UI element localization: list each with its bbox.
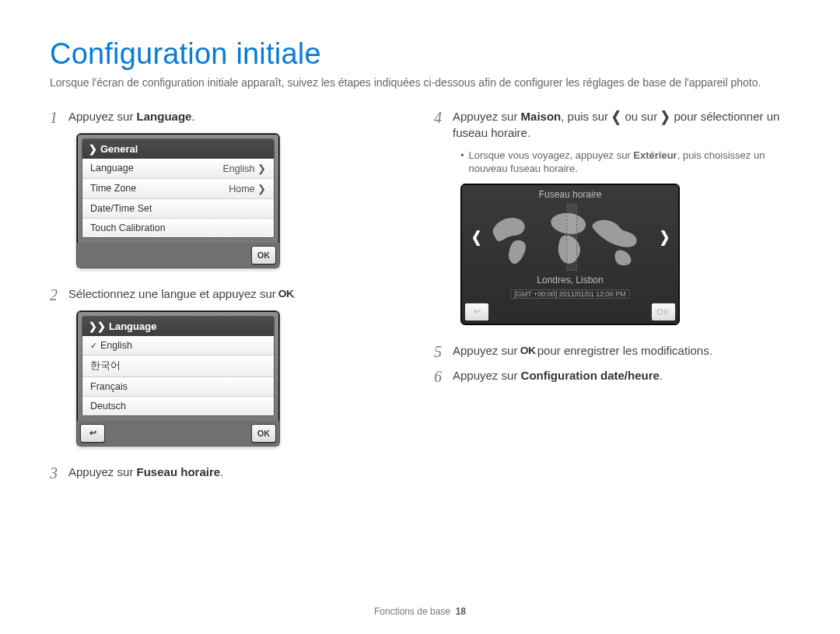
step-4: 4 Appuyez sur Maison, puis sur ❮ ou sur … — [434, 108, 790, 141]
footer-page-number: 18 — [456, 606, 466, 617]
row-label: Date/Time Set — [90, 203, 152, 214]
step-pre: Appuyez sur — [453, 344, 521, 357]
option-label: 한국어 — [90, 359, 121, 373]
note-bold: Extérieur — [633, 149, 677, 161]
option-label: Français — [90, 381, 128, 392]
step-number: 1 — [50, 108, 62, 125]
step-5: 5 Appuyez sur OK pour enregistrer les mo… — [434, 342, 790, 359]
step-2: 2 Sélectionnez une langue et appuyez sur… — [50, 285, 406, 303]
language-option-korean[interactable]: 한국어 — [82, 355, 274, 377]
step-post: . — [191, 110, 194, 123]
step-bold: Maison — [521, 110, 562, 123]
right-column: 4 Appuyez sur Maison, puis sur ❮ ou sur … — [434, 105, 790, 489]
language-option-francais[interactable]: Français — [82, 377, 274, 396]
step-4-note: • Lorsque vous voyagez, appuyez sur Exté… — [460, 149, 790, 176]
option-label: English — [100, 340, 132, 351]
option-label: Deutsch — [90, 401, 126, 412]
step-number: 5 — [434, 342, 446, 359]
mock-header: ❯ General — [82, 139, 274, 159]
back-button[interactable]: ↩ — [464, 303, 489, 321]
chevron-right-icon: ❯ — [660, 228, 670, 246]
step-post: pour enregistrer les modifications. — [534, 344, 712, 357]
chevron-double-icon: ❯❯ — [89, 321, 106, 332]
row-label: Time Zone — [90, 183, 136, 194]
step-pre: Appuyez sur — [68, 465, 137, 478]
page-footer: Fonctions de base 18 — [0, 606, 840, 617]
ok-icon: OK — [278, 288, 294, 301]
step-text: Appuyez sur Language. — [68, 108, 195, 124]
language-list-mock: ❯❯ Language ✓English 한국어 Français — [76, 310, 280, 447]
step-bold: Configuration date/heure — [521, 369, 660, 382]
step-pre: Sélectionnez une langue et appuyez sur — [68, 287, 279, 300]
intro-text: Lorsque l'écran de configuration initial… — [50, 75, 790, 91]
page-title: Configuration initiale — [50, 37, 790, 71]
chevron-left-icon: ❮ — [471, 228, 481, 246]
step-number: 6 — [434, 367, 446, 384]
row-label: Language — [90, 163, 134, 173]
prev-timezone-button[interactable]: ❮ — [467, 226, 485, 249]
selected-city: Londres, Lisbon — [461, 273, 679, 285]
language-option-english[interactable]: ✓English — [82, 336, 274, 355]
ok-button[interactable]: OK — [651, 303, 676, 321]
chevron-right-icon: ❯ — [89, 143, 97, 155]
ok-button[interactable]: OK — [251, 246, 276, 264]
header-label: Language — [109, 321, 156, 332]
step-text: Appuyez sur Fuseau horaire. — [68, 464, 223, 480]
note-pre: Lorsque vous voyagez, appuyez sur — [469, 149, 634, 161]
language-option-deutsch[interactable]: Deutsch — [82, 396, 274, 415]
step-text: Sélectionnez une langue et appuyez sur O… — [68, 285, 296, 302]
svg-rect-0 — [567, 204, 577, 270]
step-1: 1 Appuyez sur Language. — [50, 108, 406, 125]
step-text: Appuyez sur Configuration date/heure. — [453, 367, 663, 384]
setting-row-datetime[interactable]: Date/Time Set — [82, 198, 274, 218]
step-pre: Appuyez sur — [453, 110, 521, 123]
chevron-right-icon: ❯ — [257, 184, 266, 194]
step-pre: Appuyez sur — [453, 369, 521, 382]
mock-header: ❯❯ Language — [82, 317, 274, 336]
timezone-stamp: [GMT +00:00] 2011/01/01 12:00 PM — [510, 289, 630, 299]
world-title: Fuseau horaire — [461, 184, 679, 201]
check-icon: ✓ — [90, 341, 97, 350]
step-post: . — [220, 465, 223, 478]
step-number: 4 — [434, 108, 446, 125]
step-pre: Appuyez sur — [68, 110, 137, 123]
ok-button[interactable]: OK — [251, 424, 276, 443]
chevron-left-icon: ❮ — [611, 106, 621, 125]
row-value: Home ❯ — [229, 183, 266, 194]
step-number: 3 — [50, 464, 62, 481]
step-mid: ou sur — [621, 110, 660, 123]
back-icon: ↩ — [89, 428, 96, 438]
setting-row-timezone[interactable]: Time Zone Home ❯ — [82, 178, 274, 198]
left-column: 1 Appuyez sur Language. ❯ General Langua… — [50, 105, 406, 489]
header-label: General — [100, 143, 138, 155]
back-icon: ↩ — [474, 306, 481, 317]
row-label: Touch Calibration — [90, 222, 166, 233]
world-map-icon — [488, 201, 653, 273]
step-number: 2 — [50, 285, 62, 303]
step-6: 6 Appuyez sur Configuration date/heure. — [434, 367, 790, 384]
step-text: Appuyez sur OK pour enregistrer les modi… — [453, 342, 712, 359]
back-button[interactable]: ↩ — [80, 424, 105, 443]
chevron-right-icon: ❯ — [660, 106, 670, 125]
chevron-right-icon: ❯ — [257, 163, 266, 174]
row-value: English ❯ — [223, 163, 266, 174]
step-text: Appuyez sur Maison, puis sur ❮ ou sur ❯ … — [453, 108, 790, 141]
setting-row-touch[interactable]: Touch Calibration — [82, 218, 274, 237]
ok-icon: OK — [520, 345, 535, 358]
step-mid: , puis sur — [561, 110, 611, 123]
bullet-icon: • — [460, 149, 464, 176]
footer-section: Fonctions de base — [374, 606, 450, 617]
step-3: 3 Appuyez sur Fuseau horaire. — [50, 464, 406, 481]
step-bold: Fuseau horaire — [137, 465, 221, 478]
next-timezone-button[interactable]: ❯ — [656, 226, 673, 249]
step-post: . — [660, 369, 663, 382]
step-bold: Language — [137, 110, 192, 123]
timezone-world-mock: Fuseau horaire ❮ — [460, 184, 680, 325]
general-settings-mock: ❯ General Language English ❯ Time Zone H… — [76, 133, 280, 268]
setting-row-language[interactable]: Language English ❯ — [82, 159, 274, 178]
